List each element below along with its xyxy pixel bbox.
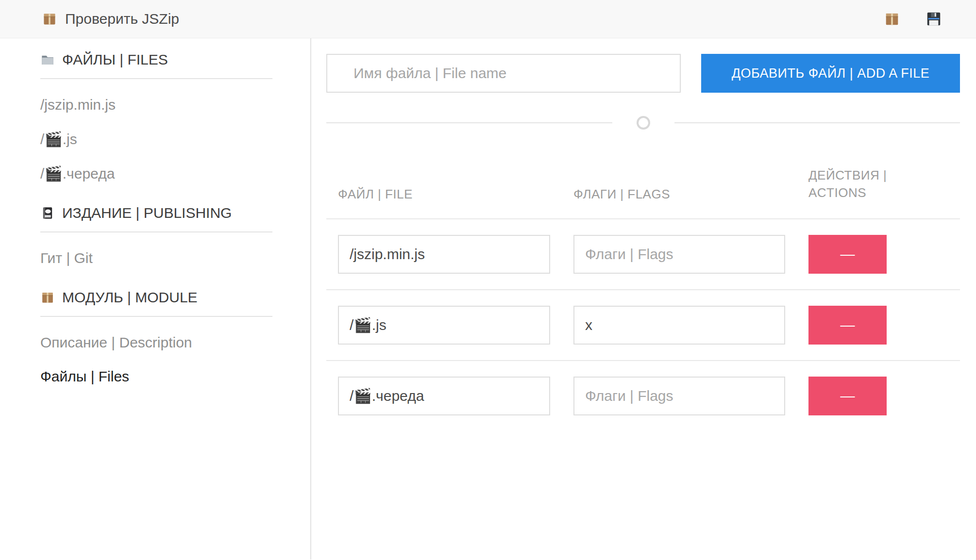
folder-icon: [40, 52, 55, 67]
sidebar-heading-module: МОДУЛЬ | MODULE: [40, 289, 271, 306]
app-header: Проверить JSZip: [0, 0, 976, 38]
sidebar-section-files: ФАЙЛЫ | FILES /jszip.min.js /🎬.js /🎬.чер…: [40, 51, 271, 182]
add-file-button[interactable]: ДОБАВИТЬ ФАЙЛ | ADD A FILE: [701, 54, 960, 93]
table-row: —: [326, 290, 960, 361]
table-row: —: [326, 361, 960, 431]
divider-line: [326, 122, 612, 123]
loading-ring-icon: [637, 116, 650, 130]
module-package-button[interactable]: [884, 11, 900, 27]
sidebar-heading-label: ИЗДАНИЕ | PUBLISHING: [62, 205, 232, 221]
file-name-input[interactable]: [326, 54, 681, 93]
row-flags-input[interactable]: [573, 235, 785, 274]
save-button[interactable]: [926, 11, 942, 27]
sidebar-item-clapper-chereda[interactable]: /🎬.череда: [40, 165, 271, 182]
column-header-label: ФЛАГИ | FLAGS: [573, 187, 670, 201]
remove-file-button[interactable]: —: [808, 377, 887, 415]
sidebar-module-list: Описание | Description Файлы | Files: [40, 334, 271, 385]
column-header-file: ФАЙЛ | FILE: [326, 144, 562, 219]
layout: ФАЙЛЫ | FILES /jszip.min.js /🎬.js /🎬.чер…: [0, 38, 976, 560]
column-header-label: ФАЙЛ | FILE: [338, 187, 413, 201]
header-actions: [884, 11, 942, 27]
sidebar-publishing-list: Гит | Git: [40, 250, 271, 266]
column-header-flags: ФЛАГИ | FLAGS: [562, 144, 797, 219]
sidebar-section-module: МОДУЛЬ | MODULE Описание | Description Ф…: [40, 289, 271, 385]
row-file-input[interactable]: [338, 235, 550, 274]
remove-file-button[interactable]: —: [808, 306, 887, 345]
package-icon: [42, 11, 57, 27]
table-row: —: [326, 219, 960, 290]
row-flags-input[interactable]: [573, 377, 785, 415]
notebook-icon: [40, 206, 55, 220]
table-header-row: ФАЙЛ | FILE ФЛАГИ | FLAGS ДЕЙСТВИЯ | ACT…: [326, 144, 960, 219]
sidebar-heading-publishing: ИЗДАНИЕ | PUBLISHING: [40, 204, 271, 222]
row-flags-input[interactable]: [573, 306, 785, 345]
sidebar-item-git[interactable]: Гит | Git: [40, 250, 271, 266]
row-file-input[interactable]: [338, 306, 550, 345]
package-icon: [884, 11, 900, 27]
sidebar-item-jszip-min-js[interactable]: /jszip.min.js: [40, 97, 271, 113]
divider-line: [674, 122, 960, 123]
app-title-group: Проверить JSZip: [42, 11, 179, 27]
app: Проверить JSZip ФАЙЛЫ |: [0, 0, 976, 560]
sidebar-item-files-active[interactable]: Файлы | Files: [40, 368, 271, 385]
add-file-form: ДОБАВИТЬ ФАЙЛ | ADD A FILE: [326, 54, 960, 93]
page-title: Проверить JSZip: [65, 11, 179, 27]
remove-file-button[interactable]: —: [808, 235, 887, 274]
section-divider: [326, 114, 960, 132]
save-icon: [926, 11, 942, 27]
divider: [40, 78, 272, 79]
column-header-label: ДЕЙСТВИЯ | ACTIONS: [808, 166, 932, 202]
sidebar-file-list: /jszip.min.js /🎬.js /🎬.череда: [40, 97, 271, 182]
files-table: ФАЙЛ | FILE ФЛАГИ | FLAGS ДЕЙСТВИЯ | ACT…: [326, 144, 960, 431]
sidebar: ФАЙЛЫ | FILES /jszip.min.js /🎬.js /🎬.чер…: [0, 38, 311, 560]
column-header-actions: ДЕЙСТВИЯ | ACTIONS: [797, 144, 960, 219]
divider: [40, 316, 272, 317]
sidebar-heading-label: ФАЙЛЫ | FILES: [62, 51, 168, 68]
divider: [40, 231, 272, 232]
sidebar-item-description[interactable]: Описание | Description: [40, 334, 271, 351]
package-icon: [40, 290, 55, 305]
sidebar-heading-label: МОДУЛЬ | MODULE: [62, 289, 198, 306]
row-file-input[interactable]: [338, 377, 550, 415]
sidebar-section-publishing: ИЗДАНИЕ | PUBLISHING Гит | Git: [40, 204, 271, 266]
main-content: ДОБАВИТЬ ФАЙЛ | ADD A FILE ФАЙЛ | FILE: [311, 38, 976, 560]
sidebar-heading-files: ФАЙЛЫ | FILES: [40, 51, 271, 68]
sidebar-item-clapper-js[interactable]: /🎬.js: [40, 131, 271, 148]
